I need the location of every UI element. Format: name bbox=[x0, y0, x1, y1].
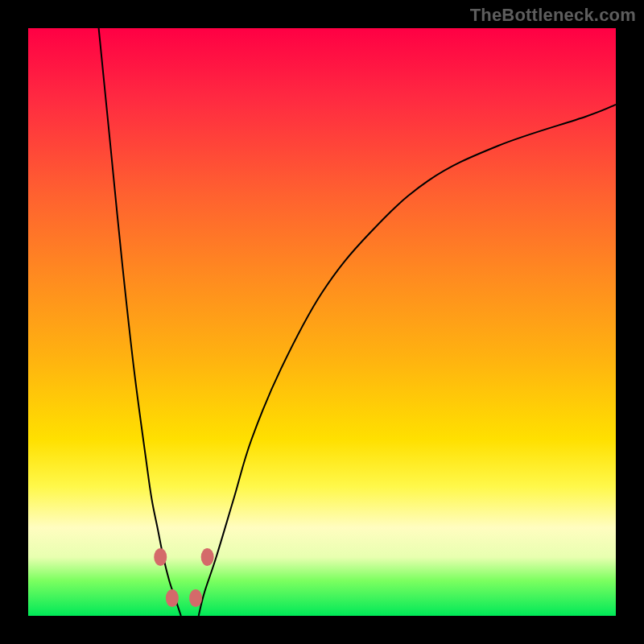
chart-frame: TheBottleneck.com bbox=[0, 0, 644, 644]
curve-left-branch bbox=[99, 28, 181, 616]
plot-area bbox=[28, 28, 616, 616]
chart-svg bbox=[28, 28, 616, 616]
curve-right-branch bbox=[199, 105, 616, 616]
watermark-text: TheBottleneck.com bbox=[470, 5, 636, 26]
marker-dot bbox=[166, 589, 179, 607]
curve-group bbox=[99, 28, 616, 616]
marker-dot bbox=[201, 548, 214, 566]
marker-dot bbox=[189, 589, 202, 607]
marker-dot bbox=[154, 548, 167, 566]
marker-group bbox=[154, 548, 213, 607]
